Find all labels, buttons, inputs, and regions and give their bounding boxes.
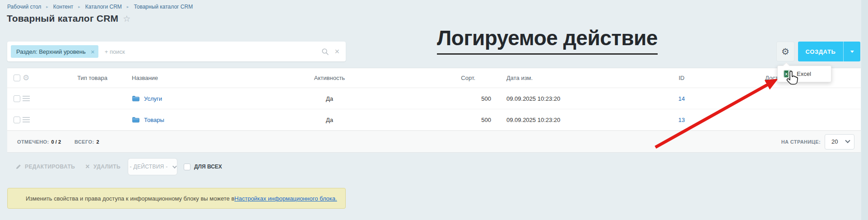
notice-text: Изменить свойства и права доступа к инфо… bbox=[26, 195, 234, 202]
delete-button-label: УДАЛИТЬ bbox=[93, 164, 121, 170]
column-header-name[interactable]: Название bbox=[118, 75, 289, 81]
total-label: ВСЕГО: bbox=[74, 139, 94, 145]
chevron-down-icon bbox=[845, 138, 850, 143]
checked-label: ОТМЕЧЕНО: bbox=[17, 139, 49, 145]
scrollbar-track[interactable] bbox=[861, 0, 868, 220]
create-button[interactable]: СОЗДАТЬ bbox=[798, 42, 860, 61]
actions-select[interactable]: - ДЕЙСТВИЯ - bbox=[128, 158, 177, 175]
edit-button[interactable]: РЕДАКТИРОВАТЬ bbox=[16, 164, 75, 170]
excel-label: Excel bbox=[797, 70, 811, 77]
search-clear-icon[interactable]: × bbox=[334, 47, 339, 56]
breadcrumb-item-content[interactable]: Контент bbox=[53, 4, 85, 10]
settings-button[interactable]: ⚙ bbox=[776, 42, 794, 61]
column-header-modified[interactable]: Дата изм. bbox=[497, 75, 614, 81]
excel-icon: X bbox=[784, 70, 791, 78]
for-all-label: ДЛЯ ВСЕХ bbox=[194, 164, 222, 170]
folder-icon bbox=[132, 117, 139, 123]
table-row: Услуги Да 500 09.09.2025 10:23:20 14 bbox=[7, 88, 861, 109]
grid-settings-icon[interactable]: ⚙ bbox=[23, 74, 29, 82]
actions-row: РЕДАКТИРОВАТЬ × УДАЛИТЬ - ДЕЙСТВИЯ - ДЛЯ… bbox=[7, 156, 222, 177]
cell-sort: 500 bbox=[370, 117, 497, 123]
edit-button-label: РЕДАКТИРОВАТЬ bbox=[25, 164, 75, 170]
for-all-checkbox[interactable] bbox=[184, 164, 190, 170]
row-name-link[interactable]: Товары bbox=[144, 117, 164, 123]
row-id-link[interactable]: 13 bbox=[678, 117, 685, 123]
title-row: Товарный каталог CRM ☆ bbox=[7, 13, 130, 24]
close-icon: × bbox=[85, 163, 90, 170]
gear-icon: ⚙ bbox=[781, 47, 789, 56]
search-icon[interactable] bbox=[321, 48, 329, 56]
notice-settings-link[interactable]: Настройках информационного блока. bbox=[234, 195, 337, 202]
column-header-type[interactable]: Тип товара bbox=[39, 75, 118, 81]
page: Рабочий стол Контент Каталоги CRM Товарн… bbox=[0, 0, 868, 220]
caret-down-icon bbox=[850, 51, 854, 55]
cell-sort: 500 bbox=[370, 95, 497, 102]
row-id-link[interactable]: 14 bbox=[678, 95, 685, 102]
dropdown-notch bbox=[783, 62, 789, 69]
menu-item-excel[interactable]: X Excel bbox=[784, 70, 811, 78]
actions-select-label: - ДЕЙСТВИЯ - bbox=[130, 164, 168, 170]
cell-activity: Да bbox=[289, 95, 370, 102]
search-input[interactable] bbox=[105, 48, 322, 55]
breadcrumb-item-desktop[interactable]: Рабочий стол bbox=[7, 4, 53, 10]
folder-icon bbox=[132, 95, 139, 102]
settings-dropdown: X Excel bbox=[777, 66, 831, 82]
drag-handle-icon[interactable] bbox=[23, 96, 30, 97]
create-button-label: СОЗДАТЬ bbox=[798, 48, 843, 55]
filter-bar: Раздел: Верхний уровень × × bbox=[7, 42, 346, 61]
table-row: Товары Да 500 09.09.2025 10:23:20 13 bbox=[7, 109, 861, 131]
drag-handle-icon[interactable] bbox=[23, 117, 30, 118]
grid-header-row: ⚙ Тип товара Название Активность Сорт. Д… bbox=[7, 68, 861, 88]
column-header-activity[interactable]: Активность bbox=[289, 75, 370, 81]
column-header-id[interactable]: ID bbox=[614, 75, 749, 81]
grid-footer: ОТМЕЧЕНО: 0 / 2 ВСЕГО: 2 НА СТРАНИЦЕ: 20 bbox=[7, 131, 861, 153]
page-title: Товарный каталог CRM bbox=[7, 13, 118, 24]
cell-modified: 09.09.2025 10:23:20 bbox=[497, 95, 614, 102]
create-dropdown-toggle[interactable] bbox=[843, 42, 860, 61]
cell-modified: 09.09.2025 10:23:20 bbox=[497, 117, 614, 123]
filter-chip[interactable]: Раздел: Верхний уровень × bbox=[11, 45, 98, 58]
breadcrumb-item-catalogs[interactable]: Каталоги CRM bbox=[85, 4, 134, 10]
filter-chip-label: Раздел: Верхний уровень bbox=[16, 48, 86, 55]
favorite-star-icon[interactable]: ☆ bbox=[123, 14, 130, 23]
select-all-checkbox[interactable] bbox=[14, 75, 20, 81]
column-header-sort[interactable]: Сорт. bbox=[370, 75, 497, 81]
row-name-link[interactable]: Услуги bbox=[144, 95, 162, 102]
row-checkbox[interactable] bbox=[14, 95, 20, 102]
for-all-group: ДЛЯ ВСЕХ bbox=[184, 164, 222, 170]
product-grid: ⚙ Тип товара Название Активность Сорт. Д… bbox=[7, 68, 861, 153]
row-checkbox[interactable] bbox=[14, 117, 20, 123]
per-page-value: 20 bbox=[831, 138, 838, 145]
pencil-icon bbox=[16, 164, 21, 169]
chevron-down-icon bbox=[172, 164, 176, 169]
breadcrumb-item-current[interactable]: Товарный каталог CRM bbox=[134, 4, 193, 10]
breadcrumb: Рабочий стол Контент Каталоги CRM Товарн… bbox=[7, 4, 193, 10]
cell-activity: Да bbox=[289, 117, 370, 123]
filter-icons: × bbox=[321, 47, 339, 56]
delete-button[interactable]: × УДАЛИТЬ bbox=[85, 163, 121, 170]
per-page-label: НА СТРАНИЦЕ: bbox=[781, 139, 821, 145]
total-value: 2 bbox=[97, 139, 99, 145]
per-page-select[interactable]: 20 bbox=[825, 134, 854, 150]
iblock-notice: Изменить свойства и права доступа к инфо… bbox=[7, 188, 346, 209]
chip-close-icon[interactable]: × bbox=[91, 48, 95, 56]
annotation-heading: Логируемое действие bbox=[437, 26, 658, 55]
checked-value: 0 / 2 bbox=[51, 139, 61, 145]
svg-text:X: X bbox=[785, 72, 788, 76]
